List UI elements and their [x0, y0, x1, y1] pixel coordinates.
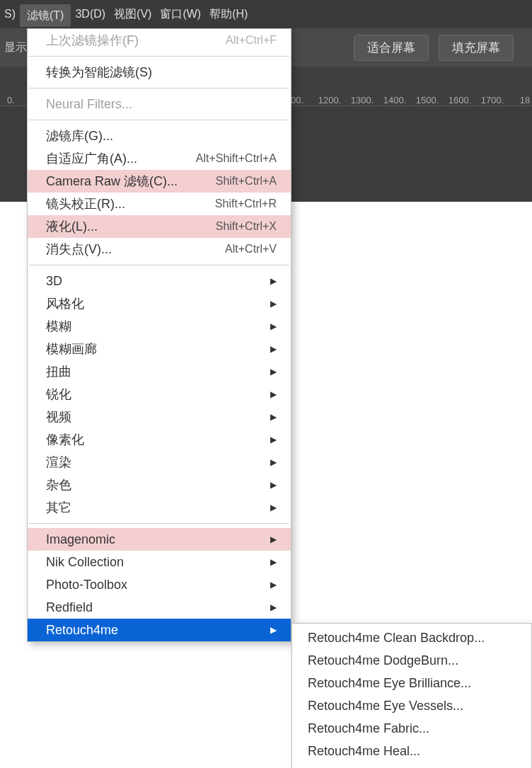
submenu-item-clean-backdrop[interactable]: Retouch4me Clean Backdrop... — [292, 626, 531, 649]
submenu-arrow-icon: ▶ — [270, 273, 277, 290]
submenu-item-eye-vessels[interactable]: Retouch4me Eye Vessels... — [292, 694, 531, 717]
submenu-arrow-icon: ▶ — [270, 408, 277, 425]
menu-item-label: Retouch4me — [46, 621, 118, 638]
ruler-tick-1800: 18 — [520, 95, 530, 105]
submenu-arrow-icon: ▶ — [270, 621, 277, 638]
ruler-tick-1600: 1600. — [449, 95, 472, 105]
menu-separator — [29, 56, 289, 57]
menu-item-label: Redfield — [46, 599, 93, 616]
menu-item-shortcut: Alt+Ctrl+F — [226, 32, 277, 49]
menu-item-label: 像素化 — [46, 431, 84, 448]
menu-filter[interactable]: 滤镜(T) — [20, 4, 71, 27]
menubar: S) 滤镜(T) 3D(D) 视图(V) 窗口(W) 帮助(H) — [0, 0, 532, 28]
menu-item-shortcut: Alt+Shift+Ctrl+A — [196, 150, 277, 167]
submenu-arrow-icon: ▶ — [270, 386, 277, 403]
submenu-arrow-icon: ▶ — [270, 499, 277, 516]
menu-item-render[interactable]: 渲染▶ — [28, 451, 291, 474]
submenu-item-eye-brilliance[interactable]: Retouch4me Eye Brilliance... — [292, 672, 531, 694]
menu-item-photo-toolbox[interactable]: Photo-Toolbox▶ — [28, 573, 291, 596]
menu-item-label: 其它 — [46, 499, 71, 516]
ruler-tick-1200: 1200. — [318, 95, 342, 105]
fill-screen-button[interactable]: 填充屏幕 — [439, 35, 514, 61]
submenu-arrow-icon: ▶ — [270, 576, 277, 593]
menubar-leading-fragment: S) — [0, 0, 20, 28]
menu-item-lens-correction[interactable]: 镜头校正(R)... Shift+Ctrl+R — [28, 193, 291, 215]
menu-item-convert-smart-filter[interactable]: 转换为智能滤镜(S) — [28, 61, 291, 84]
ruler-tick-1400: 1400. — [383, 95, 407, 105]
submenu-arrow-icon: ▶ — [270, 318, 277, 335]
menu-item-redfield[interactable]: Redfield▶ — [28, 596, 291, 619]
menu-item-other[interactable]: 其它▶ — [28, 496, 291, 519]
menu-item-stylize[interactable]: 风格化▶ — [28, 292, 291, 315]
menu-item-pixelate[interactable]: 像素化▶ — [28, 428, 291, 451]
menu-item-label: 渲染 — [46, 454, 71, 471]
ruler-tick-1300: 1300. — [351, 95, 374, 105]
menu-separator — [29, 523, 289, 524]
menu-item-neural-filters[interactable]: Neural Filters... — [28, 93, 291, 115]
menu-item-vanishing-point[interactable]: 消失点(V)... Alt+Ctrl+V — [28, 238, 291, 260]
menu-item-shortcut: Shift+Ctrl+A — [216, 173, 277, 190]
submenu-arrow-icon: ▶ — [270, 554, 277, 571]
submenu-arrow-icon: ▶ — [270, 454, 277, 471]
submenu-arrow-icon: ▶ — [270, 295, 277, 312]
menu-item-label: 滤镜库(G)... — [46, 127, 113, 144]
menu-item-label: 锐化 — [46, 386, 71, 403]
menu-item-label: Neural Filters... — [46, 96, 132, 113]
ruler-tick-left-edge: 0. — [7, 95, 15, 105]
menu-item-camera-raw[interactable]: Camera Raw 滤镜(C)... Shift+Ctrl+A — [28, 170, 291, 193]
ruler-tick-1100: 00. — [291, 95, 303, 105]
submenu-arrow-icon: ▶ — [270, 431, 277, 448]
menu-view[interactable]: 视图(V) — [110, 0, 156, 28]
menu-item-label: Nik Collection — [46, 554, 124, 571]
retouch4me-submenu: Retouch4me Clean Backdrop... Retouch4me … — [291, 623, 532, 768]
submenu-arrow-icon: ▶ — [270, 340, 277, 357]
submenu-item-portrait-volumes[interactable]: Retouch4me Portrait Volumes — [292, 762, 531, 768]
menu-item-label: 上次滤镜操作(F) — [46, 32, 139, 49]
menu-item-sharpen[interactable]: 锐化▶ — [28, 383, 291, 406]
menu-item-liquify[interactable]: 液化(L)... Shift+Ctrl+X — [28, 215, 291, 238]
ruler-tick-1500: 1500. — [416, 95, 439, 105]
menu-item-label: 杂色 — [46, 476, 71, 493]
submenu-item-heal[interactable]: Retouch4me Heal... — [292, 740, 531, 762]
submenu-arrow-icon: ▶ — [270, 599, 277, 616]
menu-item-label: 模糊 — [46, 318, 71, 335]
menu-help[interactable]: 帮助(H) — [205, 0, 252, 28]
menu-item-last-filter[interactable]: 上次滤镜操作(F) Alt+Ctrl+F — [28, 29, 291, 52]
menu-item-label: 消失点(V)... — [46, 241, 112, 258]
menu-item-adaptive-wide-angle[interactable]: 自适应广角(A)... Alt+Shift+Ctrl+A — [28, 147, 291, 170]
menu-item-label: 转换为智能滤镜(S) — [46, 64, 152, 81]
menu-item-imagenomic[interactable]: Imagenomic▶ — [28, 528, 291, 551]
menu-item-label: 镜头校正(R)... — [46, 195, 125, 212]
menu-item-nik-collection[interactable]: Nik Collection▶ — [28, 551, 291, 573]
menu-window[interactable]: 窗口(W) — [156, 0, 205, 28]
submenu-item-dodgeburn[interactable]: Retouch4me DodgeBurn... — [292, 649, 531, 672]
fit-screen-button[interactable]: 适合屏幕 — [354, 35, 429, 61]
menu-item-noise[interactable]: 杂色▶ — [28, 474, 291, 496]
menu-item-blur[interactable]: 模糊▶ — [28, 315, 291, 338]
menu-item-retouch4me[interactable]: Retouch4me▶ — [28, 619, 291, 641]
ruler-tick-1700: 1700. — [481, 95, 504, 105]
menu-item-filter-gallery[interactable]: 滤镜库(G)... — [28, 125, 291, 147]
menu-item-label: 自适应广角(A)... — [46, 150, 137, 167]
menu-item-label: 液化(L)... — [46, 218, 98, 235]
menu-separator — [29, 120, 289, 120]
menu-item-blur-gallery[interactable]: 模糊画廊▶ — [28, 338, 291, 360]
menu-item-label: 模糊画廊 — [46, 340, 97, 357]
menu-3d[interactable]: 3D(D) — [71, 0, 110, 28]
menu-separator — [29, 88, 289, 88]
filter-menu-dropdown: 上次滤镜操作(F) Alt+Ctrl+F 转换为智能滤镜(S) Neural F… — [27, 28, 291, 642]
menu-item-shortcut: Shift+Ctrl+X — [216, 218, 277, 235]
menu-item-3d[interactable]: 3D▶ — [28, 270, 291, 292]
submenu-item-fabric[interactable]: Retouch4me Fabric... — [292, 717, 531, 740]
menu-item-label: 视频 — [46, 408, 71, 425]
submenu-arrow-icon: ▶ — [270, 476, 277, 493]
menu-item-label: 3D — [46, 273, 62, 290]
menu-item-video[interactable]: 视频▶ — [28, 406, 291, 428]
menu-item-label: Camera Raw 滤镜(C)... — [46, 173, 178, 190]
submenu-arrow-icon: ▶ — [270, 531, 277, 548]
menu-item-label: Photo-Toolbox — [46, 576, 127, 593]
menu-item-label: Imagenomic — [46, 531, 115, 548]
submenu-arrow-icon: ▶ — [270, 363, 277, 380]
menu-item-label: 扭曲 — [46, 363, 71, 380]
menu-item-distort[interactable]: 扭曲▶ — [28, 360, 291, 383]
